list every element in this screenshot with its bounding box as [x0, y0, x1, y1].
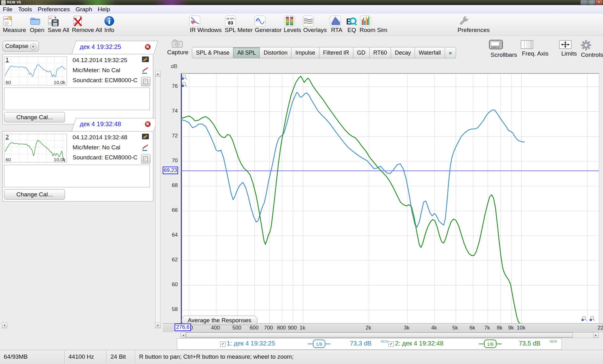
close-measurement-icon[interactable] [145, 44, 151, 50]
toolbar-button-remove-all[interactable]: Remove All [72, 15, 102, 34]
change-cal-button[interactable]: Change Cal... [4, 189, 65, 200]
notes-button[interactable] [141, 77, 150, 86]
measurement-tab-2[interactable]: дек 4 19:32:48 [72, 118, 154, 131]
menu-preferences[interactable]: Preferences [35, 5, 73, 13]
toolbar-label: Open [29, 27, 45, 34]
toolbar-button-preferences[interactable]: Preferences [457, 15, 490, 34]
change-cal-button[interactable]: Change Cal... [4, 112, 65, 122]
svg-text:83: 83 [228, 20, 233, 25]
toolbar-label: Remove All [72, 27, 102, 34]
legend-smoothing-2[interactable]: 1/6 [484, 340, 497, 348]
menu-help[interactable]: Help [95, 5, 113, 13]
measurement-notes-field[interactable] [4, 165, 150, 187]
graph-button-freq-axis[interactable]: Freq. Axis [520, 40, 550, 57]
thumb-min-freq: 60 [6, 80, 11, 85]
scrollbar-thumb[interactable] [186, 333, 573, 338]
measurement-card-1[interactable]: 1 60 10,0k 04.12.2014 19:32:25 Mic/Meter… [3, 54, 153, 124]
menu-graph[interactable]: Graph [73, 5, 95, 13]
toolbar-button-levels[interactable]: 0369Levels [283, 15, 302, 34]
trace-color-icon[interactable] [142, 144, 149, 152]
graph-tab-gd[interactable]: GD [353, 47, 370, 58]
toolbar-button-ir-windows[interactable]: IR Windows [188, 15, 223, 34]
toolbar-button-info[interactable]: Info [103, 15, 116, 34]
toolbar-button-spl-meter[interactable]: dB SPL83SPL Meter [224, 15, 253, 34]
toolbar-button-rta[interactable]: RTA [329, 15, 344, 34]
graph-tab-rt60[interactable]: RT60 [370, 47, 391, 58]
toolbar-button-measure[interactable]: Measure [2, 15, 27, 34]
graph-tab-overflow[interactable]: » [445, 47, 456, 58]
graph-tab-impulse[interactable]: Impulse [291, 47, 319, 58]
capture-button[interactable]: Capture [163, 49, 193, 56]
toolbar-button-room-sim[interactable]: Room Sim [359, 15, 388, 34]
graph-button-limits[interactable]: Limits [558, 40, 580, 57]
measurement-thumbnail[interactable]: 2 60 10,0k [4, 134, 67, 163]
legend-checkbox-1[interactable]: ✔ [220, 341, 225, 347]
edit-icon[interactable] [142, 133, 149, 140]
scroll-down-icon[interactable]: ▼ [155, 323, 160, 328]
scroll-up-icon[interactable]: ▲ [155, 71, 160, 77]
spl-plot-area[interactable] [181, 73, 599, 324]
x-tick-6k: 6k [470, 325, 475, 331]
measurement-soundcard: Soundcard: ECM8000-C [73, 154, 147, 161]
status-bar: 64/93MB 44100 Hz 24 Bit R button to pan;… [0, 350, 603, 364]
legend-checkbox-2[interactable]: ✔ [388, 341, 394, 347]
graph-button-controls[interactable]: Controls [580, 40, 603, 58]
toolbar-button-overlays[interactable]: Overlays [302, 15, 328, 34]
collapse-panel-button[interactable]: Collapse « [3, 41, 39, 51]
capture-icon[interactable] [171, 39, 184, 48]
graph-button-scrollbars[interactable]: Scrollbars [489, 40, 519, 58]
wrench-icon [457, 15, 490, 27]
scroll-left-icon[interactable]: ◄ [181, 332, 186, 338]
panel-vertical-scrollbar[interactable]: ▲ ▼ [155, 71, 160, 328]
y-tick-64: 64 [164, 232, 178, 238]
collapse-chevron-icon: « [30, 44, 36, 50]
average-responses-button[interactable]: Average the Responses [182, 316, 258, 325]
zoom-in-icon[interactable] [182, 74, 187, 80]
bit-depth: 24 Bit [111, 353, 126, 360]
graph-tab-decay[interactable]: Decay [391, 47, 415, 58]
trace-color-icon[interactable] [142, 67, 149, 74]
graph-tab-filtered-ir[interactable]: Filtered IR [319, 47, 353, 58]
menu-tools[interactable]: Tools [15, 5, 35, 13]
zoom-out-icon[interactable] [182, 82, 187, 88]
measurement-datetime: 04.12.2014 19:32:48 [73, 134, 147, 141]
graph-tab-all-spl[interactable]: All SPL [233, 47, 260, 58]
legend-label-1: 1: дек 4 19:32:25 [227, 340, 275, 347]
graph-tab-spl-phase[interactable]: SPL & Phase [192, 47, 233, 58]
toolbar-label: Info [103, 27, 116, 34]
measurement-notes-field[interactable] [4, 88, 150, 110]
measurement-tab-1[interactable]: дек 4 19:32:25 [72, 41, 154, 54]
eq-icon: E [345, 15, 359, 27]
graph-horizontal-scrollbar[interactable]: ◄ ► [181, 332, 599, 338]
x-tick-7k: 7k [484, 325, 490, 331]
title-bar: REW V5 ─ ▢ ✕ [0, 0, 603, 5]
toolbar-button-open[interactable]: Open [29, 15, 45, 34]
toolbar-label: Generator [254, 27, 283, 34]
notes-icon [143, 78, 150, 85]
measurement-soundcard: Soundcard: ECM8000-C [73, 77, 147, 84]
zoom-out-corner-icon[interactable] [589, 316, 595, 322]
scroll-right-icon[interactable]: ► [593, 332, 599, 338]
zoom-in-corner-icon[interactable] [581, 316, 587, 322]
notes-button[interactable] [141, 154, 150, 163]
y-tick-76: 76 [164, 83, 178, 89]
rta-icon [329, 15, 344, 27]
close-button[interactable]: ✕ [596, 0, 602, 4]
cursor-frequency-readout: 276,6 [175, 324, 191, 331]
measurement-card-2[interactable]: 2 60 10,0k 04.12.2014 19:32:48 Mic/Meter… [3, 131, 153, 201]
maximize-button[interactable]: ▢ [588, 0, 595, 4]
toolbar-button-eq[interactable]: EEQ [345, 15, 359, 34]
close-measurement-icon[interactable] [145, 121, 151, 127]
measurement-thumbnail[interactable]: 1 60 10,0k [4, 56, 67, 85]
toolbar-button-generator[interactable]: Generator [254, 15, 283, 34]
toolbar-button-save-all[interactable]: Save All [47, 15, 70, 34]
legend-smoothing-1[interactable]: 1/6 [313, 340, 325, 348]
rew-application-window: REW V5 ─ ▢ ✕ FileToolsPreferencesGraphHe… [0, 0, 603, 364]
graph-tab-waterfall[interactable]: Waterfall [415, 47, 445, 58]
edit-icon[interactable] [142, 56, 149, 63]
minimize-button[interactable]: ─ [581, 0, 588, 4]
graph-tab-distortion[interactable]: Distortion [260, 47, 291, 58]
menu-file[interactable]: File [0, 5, 15, 13]
freq-axis-icon [520, 40, 550, 50]
panel-scroll-down-icon[interactable]: ▼ [2, 323, 7, 328]
